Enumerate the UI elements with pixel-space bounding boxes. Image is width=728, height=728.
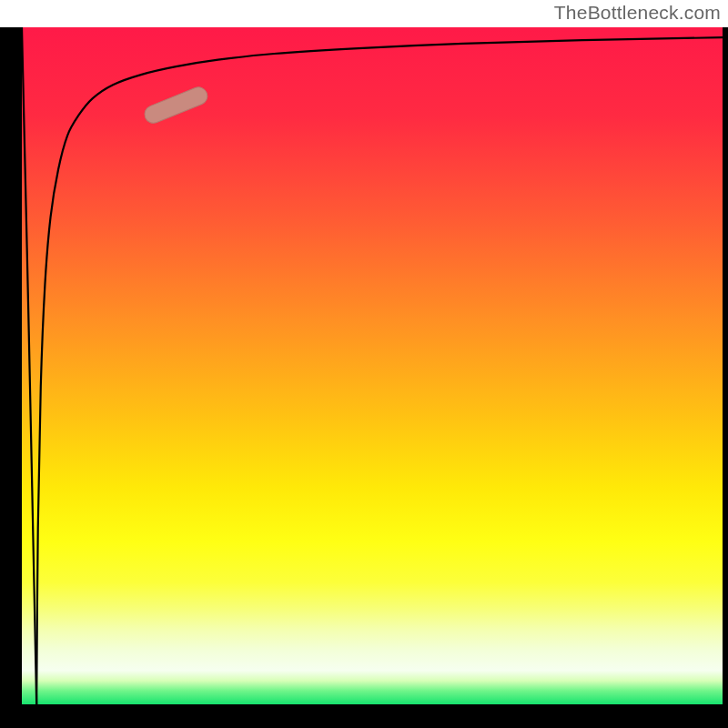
chart-canvas: [0, 0, 728, 728]
plot-background: [22, 27, 723, 704]
frame-bottom: [0, 704, 728, 728]
attribution-label: TheBottleneck.com: [554, 2, 721, 24]
chart-stage: TheBottleneck.com: [0, 0, 728, 728]
frame-left: [0, 27, 22, 728]
frame-right: [723, 27, 728, 728]
